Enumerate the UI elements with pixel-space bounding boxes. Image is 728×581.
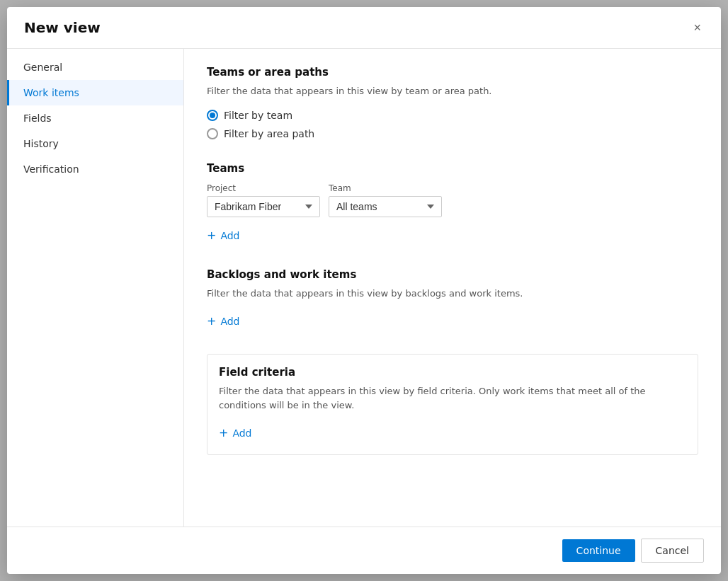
plus-icon-backlogs: +: [207, 316, 216, 327]
teams-or-area-paths-title: Teams or area paths: [207, 66, 698, 79]
project-label: Project: [207, 183, 320, 193]
field-criteria-section: Field criteria Filter the data that appe…: [207, 354, 698, 455]
backlogs-add-label: Add: [220, 316, 239, 327]
teams-add-button[interactable]: + Add: [207, 226, 240, 246]
teams-dropdowns: Project Fabrikam Fiber Team All teams: [207, 183, 698, 217]
plus-icon: +: [207, 230, 216, 241]
sidebar-item-verification[interactable]: Verification: [7, 156, 183, 182]
field-criteria-add-label: Add: [232, 427, 251, 439]
filter-by-area-path-text: Filter by area path: [224, 128, 314, 139]
continue-button[interactable]: Continue: [562, 539, 635, 562]
field-criteria-title: Field criteria: [219, 366, 686, 379]
field-criteria-box: Field criteria Filter the data that appe…: [207, 354, 698, 455]
filter-by-area-path-label[interactable]: Filter by area path: [207, 128, 698, 139]
filter-by-team-text: Filter by team: [224, 110, 292, 121]
backlogs-section: Backlogs and work items Filter the data …: [207, 268, 698, 332]
dialog-body: General Work items Fields History Verifi…: [7, 49, 721, 527]
team-dropdown-group: Team All teams: [329, 183, 442, 217]
backlogs-add-button[interactable]: + Add: [207, 311, 240, 331]
filter-by-team-radio[interactable]: [207, 110, 218, 121]
main-content: Teams or area paths Filter the data that…: [184, 49, 721, 527]
sidebar-item-work-items[interactable]: Work items: [7, 80, 183, 105]
plus-icon-field: +: [219, 427, 228, 439]
sidebar-item-general[interactable]: General: [7, 54, 183, 80]
filter-by-team-label[interactable]: Filter by team: [207, 110, 698, 121]
sidebar-item-history[interactable]: History: [7, 131, 183, 156]
dialog-header: New view ×: [7, 7, 721, 49]
field-criteria-add-button[interactable]: + Add: [219, 423, 252, 443]
sidebar: General Work items Fields History Verifi…: [7, 49, 184, 527]
new-view-dialog: New view × General Work items Fields His…: [7, 7, 721, 574]
team-select[interactable]: All teams: [329, 196, 442, 217]
dialog-footer: Continue Cancel: [7, 527, 721, 574]
dialog-title: New view: [24, 19, 101, 36]
project-dropdown-group: Project Fabrikam Fiber: [207, 183, 320, 217]
team-label: Team: [329, 183, 442, 193]
cancel-button[interactable]: Cancel: [641, 539, 704, 563]
field-criteria-desc: Filter the data that appears in this vie…: [219, 384, 686, 412]
teams-or-area-paths-desc: Filter the data that appears in this vie…: [207, 84, 698, 98]
teams-section: Teams Project Fabrikam Fiber Team All te…: [207, 162, 698, 246]
teams-or-area-paths-section: Teams or area paths Filter the data that…: [207, 66, 698, 139]
teams-add-label: Add: [220, 230, 239, 241]
backlogs-title: Backlogs and work items: [207, 268, 698, 281]
sidebar-item-fields[interactable]: Fields: [7, 105, 183, 131]
close-icon: ×: [693, 21, 701, 34]
project-select[interactable]: Fabrikam Fiber: [207, 196, 320, 217]
filter-by-area-path-radio[interactable]: [207, 128, 218, 139]
close-button[interactable]: ×: [690, 18, 704, 37]
filter-radio-group: Filter by team Filter by area path: [207, 110, 698, 139]
backlogs-desc: Filter the data that appears in this vie…: [207, 287, 698, 301]
teams-title: Teams: [207, 162, 698, 175]
